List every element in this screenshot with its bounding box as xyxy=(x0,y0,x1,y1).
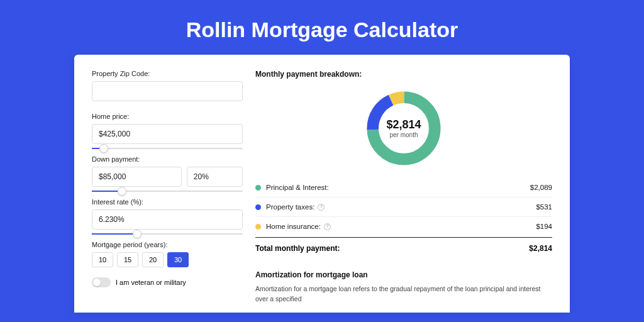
period-option-15[interactable]: 15 xyxy=(117,252,138,267)
legend-label: Property taxes:? xyxy=(266,203,536,211)
down-field: Down payment: xyxy=(92,155,243,187)
period-field: Mortgage period (years): 10152030 xyxy=(92,241,243,267)
legend-dot xyxy=(255,185,261,191)
total-value: $2,814 xyxy=(529,244,552,253)
donut-amount: $2,814 xyxy=(386,118,421,131)
veteran-row: I am veteran or military xyxy=(92,277,243,287)
veteran-label: I am veteran or military xyxy=(116,279,186,286)
legend-row: Home insurance:?$194 xyxy=(255,217,552,236)
zip-field: Property Zip Code: xyxy=(92,70,243,101)
period-option-30[interactable]: 30 xyxy=(167,252,189,267)
legend-label: Principal & Interest: xyxy=(266,184,530,191)
help-icon[interactable]: ? xyxy=(324,223,331,230)
period-option-20[interactable]: 20 xyxy=(142,252,164,267)
down-label: Down payment: xyxy=(92,155,243,163)
donut-caption: per month xyxy=(389,131,418,138)
legend-row: Principal & Interest:$2,089 xyxy=(255,178,552,197)
zip-label: Property Zip Code: xyxy=(92,70,243,77)
help-icon[interactable]: ? xyxy=(318,204,325,211)
breakdown-title: Monthly payment breakdown: xyxy=(255,70,552,79)
down-percent-input[interactable] xyxy=(187,167,243,187)
donut-chart: $2,814 per month xyxy=(255,85,552,178)
zip-input[interactable] xyxy=(92,81,243,101)
legend-dot xyxy=(255,204,261,210)
total-row: Total monthly payment: $2,814 xyxy=(255,237,552,262)
price-field: Home price: xyxy=(92,113,243,144)
down-slider[interactable] xyxy=(92,191,243,192)
total-label: Total monthly payment: xyxy=(255,244,529,253)
legend-label: Home insurance:? xyxy=(266,223,536,230)
period-label: Mortgage period (years): xyxy=(92,241,243,248)
price-input[interactable] xyxy=(92,124,243,144)
legend-value: $531 xyxy=(536,203,552,211)
price-label: Home price: xyxy=(92,113,243,120)
legend-value: $194 xyxy=(536,223,552,230)
price-slider[interactable] xyxy=(92,148,243,149)
rate-field: Interest rate (%): xyxy=(92,198,243,230)
veteran-toggle[interactable] xyxy=(92,277,111,287)
legend-value: $2,089 xyxy=(530,184,552,191)
rate-slider[interactable] xyxy=(92,233,243,235)
legend: Principal & Interest:$2,089Property taxe… xyxy=(255,178,552,236)
form-column: Property Zip Code: Home price: Down paym… xyxy=(92,70,243,306)
result-column: Monthly payment breakdown: $2,814 per mo… xyxy=(255,70,552,306)
rate-label: Interest rate (%): xyxy=(92,198,243,206)
legend-dot xyxy=(255,224,261,230)
donut-center: $2,814 per month xyxy=(363,87,445,169)
period-option-10[interactable]: 10 xyxy=(92,252,113,267)
period-group: 10152030 xyxy=(92,252,243,267)
amortization-title: Amortization for mortgage loan xyxy=(255,270,552,279)
page-title: Rollin Mortgage Calculator xyxy=(0,0,644,55)
calculator-card: Property Zip Code: Home price: Down paym… xyxy=(74,55,570,313)
amortization-body: Amortization for a mortgage loan refers … xyxy=(255,284,552,304)
legend-row: Property taxes:?$531 xyxy=(255,197,552,217)
rate-input[interactable] xyxy=(92,209,243,230)
down-amount-input[interactable] xyxy=(92,167,182,187)
